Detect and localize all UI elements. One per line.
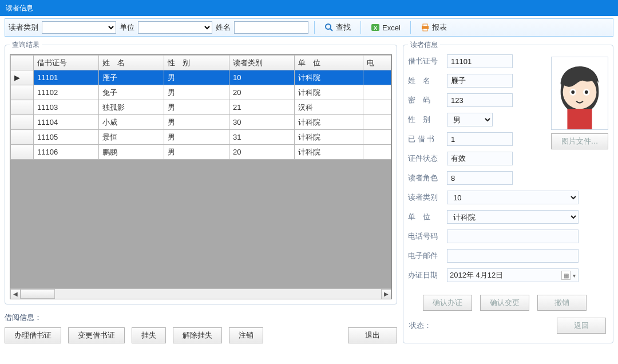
- revoke-button[interactable]: 撤销: [537, 295, 587, 311]
- status-label: 状态：: [409, 321, 431, 331]
- field-phone[interactable]: [447, 230, 579, 243]
- col-tel[interactable]: 电: [363, 56, 391, 70]
- cell-cat[interactable]: 31: [229, 130, 295, 145]
- apply-card-button[interactable]: 办理借书证: [5, 327, 61, 343]
- svg-rect-13: [567, 109, 592, 129]
- cell-unit[interactable]: 计科院: [295, 145, 363, 160]
- row-header[interactable]: [11, 85, 34, 100]
- results-grid-wrap: 借书证号 姓 名 性 别 读者类别 单 位 电 ▶11101雁子男10计科院11…: [10, 54, 392, 299]
- cell-cat[interactable]: 20: [229, 145, 295, 160]
- toolbar-category-select[interactable]: [42, 21, 116, 34]
- cell-cat[interactable]: 30: [229, 115, 295, 130]
- field-date[interactable]: 2012年 4月12日 ▦ ▾: [447, 268, 579, 282]
- excel-button[interactable]: X Excel: [367, 21, 405, 34]
- cell-gender[interactable]: 男: [164, 85, 229, 100]
- grid-horizontal-scrollbar[interactable]: ◀ ▶: [10, 288, 391, 299]
- cell-unit[interactable]: 计科院: [295, 85, 363, 100]
- table-row[interactable]: ▶11101雁子男10计科院: [11, 70, 391, 85]
- scroll-thumb[interactable]: [21, 289, 55, 299]
- exit-button[interactable]: 退出: [348, 327, 397, 343]
- lbl-borrowed: 已 借 书: [408, 134, 442, 144]
- cell-tel[interactable]: [363, 115, 391, 130]
- field-status[interactable]: [447, 152, 513, 165]
- cell-name[interactable]: 雁子: [99, 70, 164, 85]
- field-pwd[interactable]: [447, 93, 513, 107]
- cell-gender[interactable]: 男: [164, 70, 229, 85]
- window-title-bar: 读者信息: [0, 0, 618, 16]
- scroll-left-icon[interactable]: ◀: [10, 289, 21, 299]
- row-header[interactable]: [11, 115, 34, 130]
- toolbar-separator: [410, 21, 411, 34]
- cell-tel[interactable]: [363, 130, 391, 145]
- field-borrowed[interactable]: [447, 132, 513, 146]
- cell-id[interactable]: 11104: [34, 115, 99, 130]
- cell-name[interactable]: 小威: [99, 115, 164, 130]
- field-email[interactable]: [447, 249, 579, 263]
- cell-id[interactable]: 11103: [34, 100, 99, 115]
- field-id[interactable]: [447, 54, 513, 68]
- toolbar-name-input[interactable]: [234, 21, 308, 34]
- field-unit[interactable]: 计科院: [447, 210, 579, 224]
- cell-gender[interactable]: 男: [164, 100, 229, 115]
- scroll-right-icon[interactable]: ▶: [381, 289, 391, 299]
- cell-tel[interactable]: [363, 145, 391, 160]
- search-button[interactable]: 查找: [320, 21, 355, 34]
- change-card-button[interactable]: 变更借书证: [68, 327, 125, 343]
- cell-name[interactable]: 兔子: [99, 85, 164, 100]
- cell-tel[interactable]: [363, 70, 391, 85]
- chevron-down-icon[interactable]: ▾: [573, 272, 576, 279]
- cell-tel[interactable]: [363, 100, 391, 115]
- row-header[interactable]: [11, 145, 34, 160]
- status-row: 状态： 返回: [408, 318, 608, 334]
- cell-tel[interactable]: [363, 85, 391, 100]
- table-row[interactable]: 11103独孤影男21汉科: [11, 100, 391, 115]
- confirm-apply-button[interactable]: 确认办证: [423, 295, 472, 311]
- cell-unit[interactable]: 计科院: [295, 70, 363, 85]
- borrow-info-label: 借阅信息：: [5, 312, 397, 323]
- cell-name[interactable]: 鹏鹏: [99, 145, 164, 160]
- scroll-track[interactable]: [21, 289, 381, 299]
- cell-id[interactable]: 11102: [34, 85, 99, 100]
- return-button[interactable]: 返回: [557, 318, 606, 334]
- cell-cat[interactable]: 10: [229, 70, 295, 85]
- row-header[interactable]: [11, 130, 34, 145]
- col-name[interactable]: 姓 名: [99, 56, 164, 70]
- calendar-icon[interactable]: ▦: [561, 271, 571, 280]
- field-name[interactable]: [447, 74, 513, 88]
- cell-cat[interactable]: 21: [229, 100, 295, 115]
- cell-id[interactable]: 11106: [34, 145, 99, 160]
- results-grid[interactable]: 借书证号 姓 名 性 别 读者类别 单 位 电 ▶11101雁子男10计科院11…: [10, 55, 391, 160]
- toolbar-unit-select[interactable]: [138, 21, 212, 34]
- cell-id[interactable]: 11101: [34, 70, 99, 85]
- field-category[interactable]: 10: [447, 191, 579, 204]
- cell-cat[interactable]: 20: [229, 85, 295, 100]
- cell-id[interactable]: 11105: [34, 130, 99, 145]
- col-id[interactable]: 借书证号: [34, 56, 99, 70]
- unlost-button[interactable]: 解除挂失: [173, 327, 222, 343]
- field-role[interactable]: [447, 171, 513, 185]
- cell-unit[interactable]: 汉科: [295, 100, 363, 115]
- cell-name[interactable]: 独孤影: [99, 100, 164, 115]
- cell-gender[interactable]: 男: [164, 115, 229, 130]
- cell-unit[interactable]: 计科院: [295, 115, 363, 130]
- cell-gender[interactable]: 男: [164, 130, 229, 145]
- field-gender[interactable]: 男: [447, 113, 493, 126]
- table-row[interactable]: 11104小威男30计科院: [11, 115, 391, 130]
- confirm-change-button[interactable]: 确认变更: [480, 295, 529, 311]
- col-unit[interactable]: 单 位: [295, 56, 363, 70]
- cell-unit[interactable]: 计科院: [295, 130, 363, 145]
- report-button[interactable]: 报表: [417, 21, 451, 34]
- table-row[interactable]: 11105景恒男31计科院: [11, 130, 391, 145]
- row-header[interactable]: [11, 100, 34, 115]
- col-cat[interactable]: 读者类别: [229, 56, 295, 70]
- col-gender[interactable]: 性 别: [164, 56, 229, 70]
- table-row[interactable]: 11106鹏鹏男20计科院: [11, 145, 391, 160]
- cell-gender[interactable]: 男: [164, 145, 229, 160]
- row-header[interactable]: ▶: [11, 70, 34, 85]
- cancel-card-button[interactable]: 注销: [229, 327, 263, 343]
- table-row[interactable]: 11102兔子男20计科院: [11, 85, 391, 100]
- image-file-button[interactable]: 图片文件…: [551, 133, 608, 149]
- lbl-unit: 单 位: [408, 212, 442, 222]
- lost-button[interactable]: 挂失: [132, 327, 166, 343]
- cell-name[interactable]: 景恒: [99, 130, 164, 145]
